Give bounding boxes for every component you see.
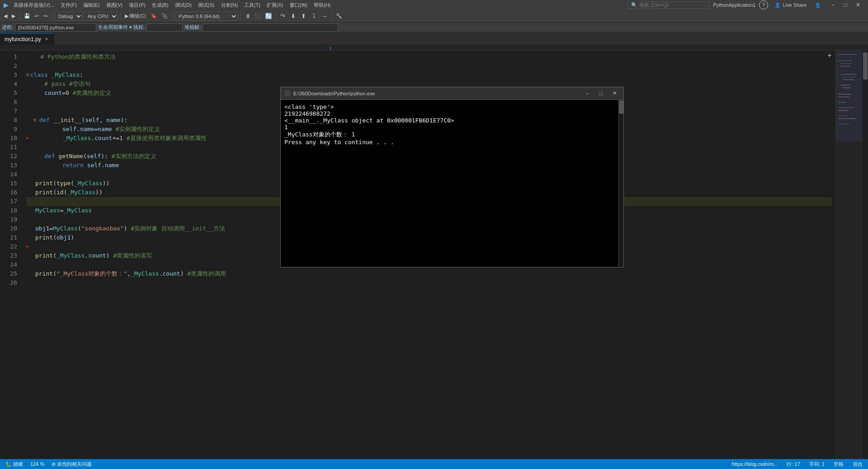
search-icon: 🔍 <box>631 2 637 8</box>
thread-value[interactable] <box>146 23 183 32</box>
sep4 <box>172 12 172 20</box>
help-icon[interactable]: ? <box>759 0 768 9</box>
error-label: ⊘ 未找到相关问题 <box>52 461 92 468</box>
python-version-dropdown[interactable]: Python 3.8 (64-bit) <box>175 12 238 21</box>
row-label: 行: 17 <box>787 461 800 468</box>
process-value[interactable]: [0x00004378] python.exe <box>15 23 96 32</box>
svg-rect-18 <box>836 51 863 141</box>
step-into-specific[interactable]: ⤵ <box>309 11 319 21</box>
console-line-5: _MyClass对象的个数： 1 <box>284 131 614 139</box>
cursor-col[interactable]: 字符: 1 <box>807 459 826 469</box>
pause-button[interactable]: ⏸ <box>243 11 253 21</box>
menu-file[interactable]: 文件(F) <box>58 1 80 9</box>
menu-build[interactable]: 生成(B) <box>149 1 171 9</box>
menu-window[interactable]: 窗口(W) <box>287 1 311 9</box>
minimize-button[interactable]: − <box>826 0 839 10</box>
menu-view[interactable]: 视图(V) <box>104 1 126 9</box>
search-box[interactable]: 🔍 <box>628 1 709 9</box>
tab-close-button[interactable]: ✕ <box>44 36 49 42</box>
cpu-dropdown[interactable]: Any CPU <box>84 12 118 21</box>
debug-controls: ⏸ ⬛ 🔄 ↷ ⬇ ⬆ ⤵ → <box>243 11 329 21</box>
vs-logo: ▶ <box>4 2 8 9</box>
restart-button[interactable]: 🔄 <box>264 11 274 21</box>
menu-test[interactable]: 测试(S) <box>195 1 217 9</box>
main-layout: 1 2 3 4 5 6 7 8 9 10 11 12 13 14 15 16 1… <box>0 51 868 459</box>
status-bar-right: https://blog.csdn/m... 行: 17 字符: 1 空格 混合 <box>730 459 864 469</box>
menu-bar: 高级保存选项(V)... 文件(F) 编辑(E) 视图(V) 项目(P) 生成(… <box>11 1 334 9</box>
add-tab-button[interactable]: + <box>825 51 835 61</box>
cursor-row[interactable]: 行: 17 <box>785 459 802 469</box>
close-button[interactable]: ✕ <box>852 0 864 10</box>
code-line-1: # Python的类属性和类方法 <box>26 52 832 61</box>
sep1 <box>19 12 20 20</box>
toolbar-redo[interactable]: ↪ <box>42 11 49 21</box>
console-minimize-button[interactable]: − <box>582 89 593 98</box>
menu-tools[interactable]: 工具(T) <box>241 1 263 9</box>
line-ending-status[interactable]: 混合 <box>851 459 864 469</box>
search-input[interactable] <box>639 2 703 8</box>
tab-myfunction1[interactable]: myfunction1.py ✕ <box>0 33 54 45</box>
top-ruler <box>0 45 868 51</box>
code-line-2 <box>26 61 832 70</box>
toolbar-back[interactable]: ◀ <box>2 11 9 21</box>
menu-debug[interactable]: 调试(D) <box>172 1 194 9</box>
toolbar-undo[interactable]: ↩ <box>33 11 41 21</box>
window-controls: − □ ✕ <box>826 0 864 10</box>
console-scrollbar-thumb[interactable] <box>619 100 623 114</box>
sep6 <box>275 12 276 20</box>
live-share-button[interactable]: 👤 Live Share <box>772 1 809 9</box>
live-share-label: Live Share <box>783 2 807 8</box>
console-title-bar: ⬛ E:\360Downloads\Python\python.exe − □ … <box>281 87 623 100</box>
scrollbar-thumb[interactable] <box>863 52 868 80</box>
play-icon: ▶ <box>125 13 128 19</box>
stop-button[interactable]: ⬛ <box>253 11 263 21</box>
zoom-label: 124 % <box>30 461 44 467</box>
blog-link[interactable]: https://blog.csdn/m... <box>730 459 780 469</box>
console-output: <class 'type'> 2192246988272 <__main__._… <box>281 100 618 267</box>
encoding-status[interactable]: 空格 <box>832 459 845 469</box>
line-numbers: 1 2 3 4 5 6 7 8 9 10 11 12 13 14 15 16 1… <box>0 51 23 459</box>
code-line-3: ⊟class _MyClass: <box>26 70 832 80</box>
menu-save-advanced[interactable]: 高级保存选项(V)... <box>11 1 57 9</box>
debug-status[interactable]: 🐛 就绪 <box>4 459 25 469</box>
sep7 <box>331 12 332 20</box>
maximize-button[interactable]: □ <box>839 0 852 10</box>
menu-edit[interactable]: 编辑(E) <box>80 1 103 9</box>
console-maximize-button[interactable]: □ <box>595 89 606 98</box>
menu-help[interactable]: 帮助(H) <box>311 1 333 9</box>
menu-analyze[interactable]: 分析(N) <box>218 1 241 9</box>
toolbar-save-all[interactable]: 💾 <box>22 11 32 21</box>
stack-value[interactable] <box>203 23 338 32</box>
live-share-icon: 👤 <box>774 2 781 8</box>
menu-project[interactable]: 项目(P) <box>126 1 148 9</box>
error-status[interactable]: ⊘ 未找到相关问题 <box>50 459 94 469</box>
code-line-25: print("_MyClass对象的个数：",_MyClass.count) #… <box>26 269 832 278</box>
editor-scrollbar[interactable] <box>863 51 868 459</box>
minimap-svg <box>836 51 863 277</box>
minimap <box>835 51 863 459</box>
encoding-label: 空格 <box>834 461 844 468</box>
status-bar-left: 🐛 就绪 124 % ⊘ 未找到相关问题 <box>4 459 94 469</box>
run-to-cursor[interactable]: → <box>319 11 329 21</box>
console-scrollbar[interactable] <box>618 100 623 267</box>
console-window: ⬛ E:\360Downloads\Python\python.exe − □ … <box>280 87 624 267</box>
step-over-button[interactable]: ↷ <box>278 11 288 21</box>
status-bar: 🐛 就绪 124 % ⊘ 未找到相关问题 https://blog.csdn/m… <box>0 459 868 469</box>
wrench-button[interactable]: 🔧 <box>334 11 344 21</box>
toolbar-forward[interactable]: ▶ <box>10 11 17 21</box>
console-close-button[interactable]: ✕ <box>609 89 620 98</box>
bookmark-button[interactable]: 🔖 <box>149 11 159 21</box>
debug-bar: 进程: [0x00004378] python.exe 生命周期事件 ▾ 线程:… <box>0 23 868 33</box>
blog-url: https://blog.csdn/m... <box>732 461 778 467</box>
process-label: 进程: <box>2 24 13 31</box>
menu-extensions[interactable]: 扩展(X) <box>264 1 286 9</box>
step-into-button[interactable]: ⬇ <box>288 11 298 21</box>
debug-config-dropdown[interactable]: Debug <box>54 12 83 21</box>
sep2 <box>52 12 52 20</box>
attach-button[interactable]: 📎 <box>160 11 170 21</box>
step-out-button[interactable]: ⬆ <box>298 11 308 21</box>
zoom-level[interactable]: 124 % <box>28 459 46 469</box>
account-icon[interactable]: 👤 <box>813 1 823 9</box>
title-bar-right: 🔍 PythonApplication1 ? 👤 Live Share 👤 − … <box>628 0 864 10</box>
continue-button[interactable]: ▶ 继续(C) <box>123 11 148 21</box>
